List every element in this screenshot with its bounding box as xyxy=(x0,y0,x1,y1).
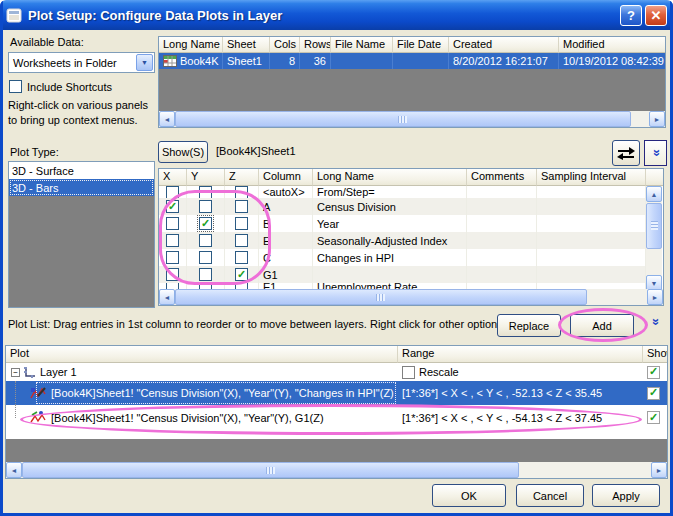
focused-checkbox-outline: ✓ xyxy=(197,215,214,232)
column-row-g1[interactable]: ✓ G1 xyxy=(159,266,647,283)
x-checkbox-checked[interactable]: ✓ xyxy=(166,200,179,213)
layer-row[interactable]: − Layer 1 Rescale ✓ xyxy=(6,363,667,381)
column-sampling xyxy=(537,186,646,198)
swap-columns-button[interactable] xyxy=(612,140,640,166)
scrollbar-thumb[interactable] xyxy=(175,111,631,127)
plot-row-g1[interactable]: [Book4K]Sheet1! "Census Division"(X), "Y… xyxy=(6,405,667,430)
replace-button[interactable]: Replace xyxy=(497,314,561,337)
show-checkbox[interactable]: ✓ xyxy=(647,387,660,400)
column-row-b[interactable]: ✓ B Year xyxy=(159,215,647,232)
rescale-checkbox[interactable] xyxy=(402,366,415,379)
chevron-down-icon[interactable]: ▼ xyxy=(136,54,153,71)
scrollbar-thumb[interactable] xyxy=(22,462,519,478)
cancel-button[interactable]: Cancel xyxy=(516,484,584,507)
col-header-sampling-interval[interactable]: Sampling Interval xyxy=(537,169,646,186)
plot-range: [1*:36*] < X < , < Y < , -54.13 < Z < 37… xyxy=(398,405,643,430)
column-comments xyxy=(467,249,537,266)
books-horizontal-scrollbar[interactable]: ◄ ► xyxy=(159,111,665,127)
col-header-sheet[interactable]: Sheet xyxy=(223,37,270,53)
expand-panel-button[interactable]: « xyxy=(644,140,667,166)
column-sampling xyxy=(537,215,646,232)
show-button[interactable]: Show(S) xyxy=(158,141,208,163)
z-checkbox[interactable] xyxy=(235,186,248,198)
col-header-cols[interactable]: Cols xyxy=(270,37,300,53)
column-long-name: Census Division xyxy=(313,198,467,215)
range-header[interactable]: Range xyxy=(398,346,643,363)
z-checkbox[interactable] xyxy=(235,251,248,264)
col-header-filler xyxy=(646,169,663,186)
x-checkbox[interactable] xyxy=(166,186,179,198)
column-row-autox[interactable]: <autoX> From/Step= xyxy=(159,186,647,198)
columns-vertical-scrollbar[interactable]: ▲ ▼ xyxy=(646,186,662,291)
plot-type-item-surface[interactable]: 3D - Surface xyxy=(9,162,154,179)
col-header-file-name[interactable]: File Name xyxy=(331,37,393,53)
column-row-a[interactable]: ✓ A Census Division xyxy=(159,198,647,215)
column-comments xyxy=(467,186,537,198)
column-row-e[interactable]: E Seasonally-Adjusted Index xyxy=(159,232,647,249)
col-header-comments[interactable]: Comments xyxy=(467,169,537,186)
swap-arrows-icon xyxy=(616,147,636,160)
x-checkbox[interactable] xyxy=(166,217,179,230)
col-header-column[interactable]: Column xyxy=(259,169,313,186)
layer-icon xyxy=(23,366,36,378)
column-long-name xyxy=(313,266,467,283)
col-header-z[interactable]: Z xyxy=(225,169,259,186)
ok-button[interactable]: OK xyxy=(432,484,506,507)
show-checkbox[interactable]: ✓ xyxy=(647,411,660,424)
plot-type-label: Plot Type: xyxy=(10,146,59,158)
book-modified: 10/19/2012 08:42:39 xyxy=(559,53,665,69)
scroll-right-icon[interactable]: ► xyxy=(651,462,667,478)
col-header-modified[interactable]: Modified xyxy=(559,37,665,53)
columns-horizontal-scrollbar[interactable]: ◄ ► xyxy=(159,289,663,305)
scroll-right-icon[interactable]: ► xyxy=(649,111,665,127)
y-checkbox[interactable] xyxy=(199,234,212,247)
z-checkbox[interactable] xyxy=(235,217,248,230)
column-row-c[interactable]: C Changes in HPI xyxy=(159,249,647,266)
z-checkbox-checked[interactable]: ✓ xyxy=(235,268,248,281)
column-sampling xyxy=(537,249,646,266)
include-shortcuts-checkbox[interactable] xyxy=(9,80,22,93)
y-checkbox[interactable] xyxy=(199,200,212,213)
scroll-left-icon[interactable]: ◄ xyxy=(159,111,175,127)
plot-type-listbox: 3D - Surface 3D - Bars xyxy=(8,161,155,308)
plot-row-changes-in-hpi[interactable]: [Book4K]Sheet1! "Census Division"(X), "Y… xyxy=(6,381,667,405)
x-checkbox[interactable] xyxy=(166,268,179,281)
scroll-right-icon[interactable]: ► xyxy=(647,289,663,305)
col-header-rows[interactable]: Rows xyxy=(300,37,331,53)
y-checkbox[interactable] xyxy=(199,268,212,281)
scrollbar-thumb[interactable] xyxy=(175,289,587,305)
col-header-long-name[interactable]: Long Name xyxy=(159,37,223,53)
plot-type-item-bars[interactable]: 3D - Bars xyxy=(9,179,154,196)
scroll-up-icon[interactable]: ▲ xyxy=(646,186,662,202)
plot-header[interactable]: Plot xyxy=(6,346,398,363)
col-header-created[interactable]: Created xyxy=(449,37,559,53)
z-checkbox[interactable] xyxy=(235,200,248,213)
show-checkbox[interactable]: ✓ xyxy=(647,366,660,379)
scroll-left-icon[interactable]: ◄ xyxy=(6,462,22,478)
y-checkbox-checked[interactable]: ✓ xyxy=(199,217,212,230)
x-checkbox[interactable] xyxy=(166,234,179,247)
scrollbar-thumb[interactable] xyxy=(646,203,662,249)
available-data-dropdown[interactable]: Worksheets in Folder ▼ xyxy=(8,52,155,73)
plots-horizontal-scrollbar[interactable]: ◄ ► xyxy=(6,462,667,478)
titlebar[interactable]: Plot Setup: Configure Data Plots in Laye… xyxy=(0,0,673,30)
collapse-icon[interactable]: − xyxy=(11,368,20,377)
apply-button[interactable]: Apply xyxy=(592,484,660,507)
book-row-book4k[interactable]: Book4K Sheet1 8 36 8/20/2012 16:21:07 10… xyxy=(159,53,665,69)
add-button[interactable]: Add xyxy=(570,314,634,337)
col-header-file-date[interactable]: File Date xyxy=(393,37,449,53)
book-sheet: Sheet1 xyxy=(223,53,270,69)
help-button[interactable]: ? xyxy=(620,5,642,26)
y-checkbox[interactable] xyxy=(199,186,212,198)
close-icon[interactable]: ✕ xyxy=(645,5,667,26)
col-header-x[interactable]: X xyxy=(159,169,187,186)
show-header[interactable]: Show xyxy=(643,346,667,363)
chevron-double-down-icon[interactable]: « xyxy=(648,319,661,325)
y-checkbox[interactable] xyxy=(199,251,212,264)
sheet-name-label: [Book4K]Sheet1 xyxy=(216,145,296,157)
x-checkbox[interactable] xyxy=(166,251,179,264)
z-checkbox[interactable] xyxy=(235,234,248,247)
col-header-long-name2[interactable]: Long Name xyxy=(313,169,467,186)
scroll-left-icon[interactable]: ◄ xyxy=(159,289,175,305)
col-header-y[interactable]: Y xyxy=(187,169,225,186)
